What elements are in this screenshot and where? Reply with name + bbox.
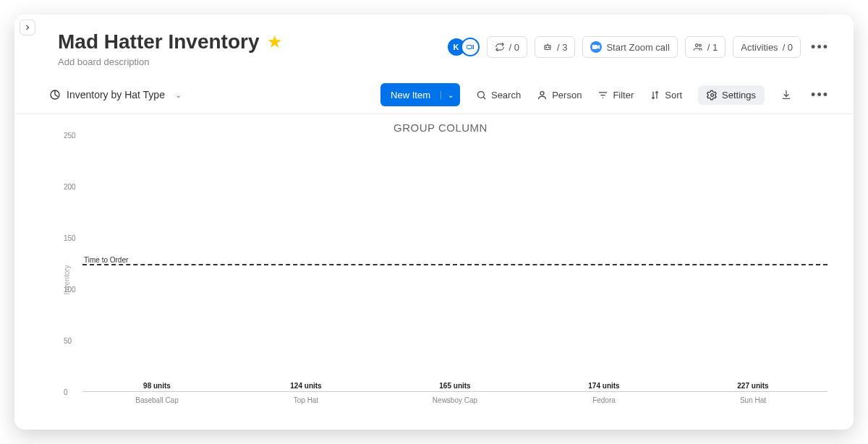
svg-point-5	[695, 44, 698, 46]
filter-button[interactable]: Filter	[597, 90, 634, 101]
star-icon[interactable]: ★	[267, 33, 283, 51]
bar-baseball-cap[interactable]: 98 units	[90, 382, 224, 392]
new-item-label: New Item	[380, 90, 441, 101]
automations-count: / 0	[509, 42, 519, 53]
header-actions: K / 0 / 3 Start Zoom call / 1 Activities…	[448, 36, 833, 58]
view-toolbar: Inventory by Hat Type ⌄ New Item ⌄ Searc…	[14, 67, 854, 114]
x-tick: Newsboy Cap	[388, 396, 522, 404]
svg-point-10	[711, 93, 714, 96]
chart-container: GROUP COLUMN Inventory 0 50 100 150 200 …	[14, 114, 854, 424]
ytick: 200	[64, 183, 76, 191]
people-icon	[693, 42, 703, 52]
robot-icon	[542, 42, 553, 52]
new-item-button[interactable]: New Item ⌄	[380, 83, 460, 106]
bar-value-label: 174 units	[588, 382, 619, 390]
activities-label: Activities	[741, 42, 778, 53]
x-tick: Top Hat	[239, 396, 373, 404]
zoom-icon	[590, 41, 602, 53]
bars-group: 98 units 124 units 165 units 174 units	[82, 135, 827, 392]
board-page: Mad Hatter Inventory ★ K / 0 / 3 Start Z…	[14, 14, 854, 430]
x-tick: Fedora	[537, 396, 671, 404]
axis-area: 0 50 100 150 200 250 Time to Order 98 un…	[82, 135, 827, 392]
board-title: Mad Hatter Inventory	[58, 30, 260, 54]
toolbar-actions: New Item ⌄ Search Person Filter Sort	[380, 83, 832, 106]
chart-plot: Inventory 0 50 100 150 200 250 Time to O…	[65, 135, 832, 424]
bar-newsboy-cap[interactable]: 165 units	[388, 382, 522, 392]
board-members[interactable]: K	[448, 38, 480, 56]
ytick: 250	[64, 132, 76, 140]
activities-count: / 0	[783, 42, 793, 53]
automations-pill[interactable]: / 0	[487, 36, 527, 58]
toolbar-more-button[interactable]: •••	[808, 87, 832, 103]
settings-button[interactable]: Settings	[698, 85, 765, 105]
filter-icon	[597, 90, 608, 101]
svg-point-3	[548, 47, 549, 48]
header-more-button[interactable]: •••	[808, 40, 832, 55]
bar-value-label: 165 units	[439, 382, 470, 390]
person-button[interactable]: Person	[537, 90, 582, 101]
integrations-count: / 3	[557, 42, 567, 53]
svg-point-9	[540, 91, 544, 95]
ytick: 150	[64, 234, 76, 242]
download-icon[interactable]	[780, 89, 792, 101]
svg-point-8	[477, 91, 484, 98]
x-axis: Baseball Cap Top Hat Newsboy Cap Fedora …	[82, 396, 827, 404]
chart-icon	[49, 89, 61, 101]
chevron-down-icon: ⌄	[175, 90, 182, 100]
bar-sun-hat[interactable]: 227 units	[686, 382, 820, 392]
person-icon	[537, 90, 548, 101]
bar-top-hat[interactable]: 124 units	[239, 382, 373, 392]
loop-icon	[495, 42, 505, 52]
view-name: Inventory by Hat Type	[67, 89, 165, 101]
sort-button[interactable]: Sort	[650, 90, 682, 101]
gear-icon	[707, 90, 718, 101]
expand-panel-button[interactable]	[20, 20, 35, 35]
ytick: 50	[64, 337, 72, 345]
svg-point-2	[546, 47, 547, 48]
people-count: / 1	[707, 42, 718, 53]
chart-title: GROUP COLUMN	[49, 119, 832, 135]
activities-pill[interactable]: Activities / 0	[733, 36, 801, 58]
view-selector[interactable]: Inventory by Hat Type ⌄	[49, 89, 182, 101]
svg-rect-4	[592, 45, 597, 49]
bar-value-label: 98 units	[143, 382, 171, 390]
x-tick: Baseball Cap	[90, 396, 224, 404]
zoom-call-button[interactable]: Start Zoom call	[582, 36, 677, 58]
x-tick: Sun Hat	[686, 396, 820, 404]
sort-icon	[650, 90, 660, 101]
ytick: 0	[64, 388, 68, 396]
bar-value-label: 124 units	[290, 382, 321, 390]
integrations-pill[interactable]: / 3	[535, 36, 575, 58]
camera-avatar-icon	[461, 38, 480, 56]
bar-value-label: 227 units	[737, 382, 768, 390]
new-item-dropdown[interactable]: ⌄	[441, 91, 460, 99]
search-icon	[476, 90, 487, 101]
zoom-label: Start Zoom call	[606, 42, 669, 53]
svg-rect-0	[467, 46, 472, 49]
search-button[interactable]: Search	[476, 90, 521, 101]
people-pill[interactable]: / 1	[685, 36, 726, 58]
svg-point-6	[699, 44, 701, 46]
ytick: 100	[64, 286, 76, 294]
bar-fedora[interactable]: 174 units	[537, 382, 671, 392]
